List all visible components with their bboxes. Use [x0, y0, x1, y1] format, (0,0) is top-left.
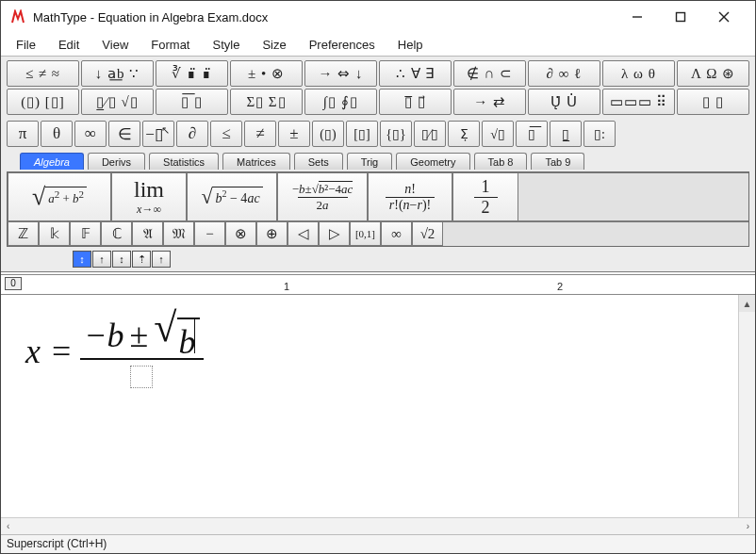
tab-derivs[interactable]: Derivs — [88, 153, 145, 170]
menu-edit[interactable]: Edit — [47, 36, 90, 54]
align-btn-5[interactable]: ↑ — [152, 251, 171, 268]
menu-format[interactable]: Format — [140, 36, 201, 54]
tab-geometry[interactable]: Geometry — [396, 153, 469, 170]
align-btn-2[interactable]: ↑ — [92, 251, 111, 268]
symbol-parens[interactable]: (▯) — [312, 121, 344, 147]
maximize-button[interactable] — [659, 4, 702, 30]
fraction-numerator[interactable]: −b ± √ b — [80, 314, 203, 360]
palette-barsarrows[interactable]: ▯̅ ▯⃗ — [379, 89, 452, 115]
scroll-up-icon[interactable]: ▲ — [739, 295, 755, 312]
symbol-neq[interactable]: ≠ — [244, 121, 276, 147]
palette-operators[interactable]: ± • ⊗ — [230, 60, 303, 87]
mini-lhd[interactable]: ◁ — [288, 221, 319, 246]
menu-size[interactable]: Size — [251, 36, 297, 54]
template-limit[interactable]: lim x→∞ — [111, 172, 187, 221]
symbol-element[interactable]: ∈ — [108, 121, 140, 147]
menu-view[interactable]: View — [90, 36, 140, 54]
symbol-leq[interactable]: ≤ — [210, 121, 242, 147]
scroll-left-icon[interactable]: ‹ — [1, 521, 15, 531]
align-btn-3[interactable]: ↕ — [112, 251, 131, 268]
palette-set-theory[interactable]: ∉ ∩ ⊂ — [453, 60, 526, 87]
fraction-denominator-slot[interactable] — [130, 366, 153, 388]
tab-sets[interactable]: Sets — [294, 153, 343, 170]
mini-rhd[interactable]: ▷ — [319, 221, 350, 246]
menu-preferences[interactable]: Preferences — [298, 36, 386, 54]
palette-embellish[interactable]: ∛ ∎̈ ∎̈ — [156, 60, 228, 87]
scroll-right-icon[interactable]: › — [741, 521, 755, 531]
symbol-braces[interactable]: {▯} — [380, 121, 412, 147]
palette-greek-lower[interactable]: λ ω θ — [602, 60, 675, 87]
symbol-underbar[interactable]: ▯̲ — [550, 121, 582, 147]
ruler[interactable]: 0 1 2 — [1, 274, 755, 295]
symbol-theta[interactable]: θ — [41, 121, 73, 147]
radicand[interactable]: b — [177, 318, 200, 356]
template-sqrt-a2b2[interactable]: √a2 + b2 — [8, 172, 111, 221]
mini-fraktur-a[interactable]: 𝔄 — [132, 221, 163, 246]
tab-algebra[interactable]: Algebra — [20, 153, 84, 170]
symbol-negate[interactable]: −▯↖ — [142, 121, 174, 147]
template-quadratic-num[interactable]: −b±√b²−4ac 2a — [277, 172, 368, 221]
template-combination[interactable]: n! r!(n−r)! — [368, 172, 452, 221]
palette-spaces[interactable]: ↓ a͟b ∵ — [81, 60, 154, 87]
palette-subsup[interactable]: ▯͞ ▯ — [156, 89, 228, 115]
menu-help[interactable]: Help — [386, 36, 435, 54]
palette-matrices[interactable]: ▭▭▭ ⠿ — [602, 89, 675, 115]
mini-sqrt2[interactable]: √2 — [412, 221, 443, 246]
plus-minus[interactable]: ± — [124, 316, 155, 355]
symbol-overbar[interactable]: ▯͞ — [516, 121, 548, 147]
palette-products[interactable]: Ų̇ U̇ — [528, 89, 600, 115]
minus-b[interactable]: −b — [84, 316, 123, 355]
mini-fraktur-m[interactable]: 𝔐 — [163, 221, 194, 246]
menu-style[interactable]: Style — [201, 36, 251, 54]
tab-matrices[interactable]: Matrices — [222, 153, 290, 170]
mini-minus[interactable]: − — [194, 221, 225, 246]
horizontal-scrollbar[interactable]: ‹ › — [1, 517, 755, 534]
align-btn-4[interactable]: ⇡ — [132, 251, 151, 268]
symbol-pm[interactable]: ± — [278, 121, 310, 147]
palette-integrals[interactable]: ∫▯ ∮▯ — [304, 89, 377, 115]
mini-complex[interactable]: ℂ — [101, 221, 132, 246]
symbol-sum[interactable]: Σ̣ — [448, 121, 480, 147]
align-btn-1[interactable]: ↕ — [73, 251, 91, 268]
equation-editor[interactable]: x = −b ± √ b ▲ — [1, 295, 755, 517]
symbol-partial[interactable]: ∂ — [176, 121, 208, 147]
mini-infinity[interactable]: ∞ — [381, 221, 412, 246]
symbol-pi[interactable]: π — [7, 121, 39, 147]
tab-9[interactable]: Tab 9 — [531, 153, 584, 170]
equals-sign[interactable]: = — [46, 332, 76, 371]
mini-field-f[interactable]: 𝔽 — [70, 221, 101, 246]
menu-file[interactable]: File — [5, 36, 47, 54]
tab-8[interactable]: Tab 8 — [474, 153, 528, 170]
equation-lhs[interactable]: x — [20, 332, 46, 371]
palette-misc[interactable]: ∂ ∞ ℓ — [528, 60, 600, 87]
palette-fences[interactable]: (▯) [▯] — [7, 89, 79, 115]
symbol-fraction[interactable]: ▯⁄▯ — [414, 121, 446, 147]
fraction[interactable]: −b ± √ b — [80, 314, 203, 388]
symbol-brackets[interactable]: [▯] — [346, 121, 378, 147]
tab-statistics[interactable]: Statistics — [149, 153, 219, 170]
palette-fractions[interactable]: ▯̲⁄▯ √▯ — [81, 89, 154, 115]
symbol-sqrt[interactable]: √▯ — [482, 121, 514, 147]
template-discriminant[interactable]: √b2 − 4ac — [187, 172, 277, 221]
palette-arrows[interactable]: → ⇔ ↓ — [304, 60, 377, 87]
template-onehalf[interactable]: 12 — [452, 172, 518, 221]
mini-field-k[interactable]: 𝕜 — [39, 221, 70, 246]
mini-integers[interactable]: ℤ — [8, 221, 39, 246]
mini-oplus[interactable]: ⊕ — [256, 221, 288, 246]
tab-trig[interactable]: Trig — [347, 153, 393, 170]
mini-otimes[interactable]: ⊗ — [225, 221, 256, 246]
palette-relations[interactable]: ≤ ≠ ≈ — [7, 60, 79, 87]
ruler-origin[interactable]: 0 — [5, 277, 22, 290]
palette-logic[interactable]: ∴ ∀ ∃ — [379, 60, 452, 87]
symbol-align[interactable]: ▯: — [583, 121, 616, 147]
symbol-infinity[interactable]: ∞ — [74, 121, 107, 147]
mini-interval[interactable]: [0,1] — [350, 221, 381, 246]
palette-boxes[interactable]: ▯ ▯ — [677, 89, 749, 115]
radical[interactable]: √ b — [154, 314, 199, 356]
palette-sums[interactable]: Σ▯ Σ▯ — [230, 89, 303, 115]
palette-greek-upper[interactable]: Λ Ω ⊛ — [677, 60, 749, 87]
minimize-button[interactable] — [616, 4, 659, 30]
palette-labeledarrows[interactable]: → ⇄ — [453, 89, 526, 115]
vertical-scrollbar[interactable]: ▲ — [738, 295, 755, 517]
close-button[interactable] — [702, 4, 746, 30]
